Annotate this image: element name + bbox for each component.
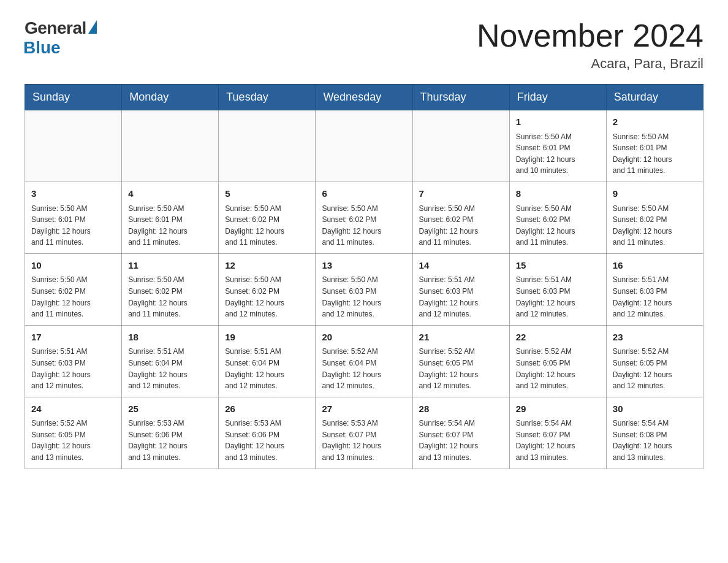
- day-info: Sunrise: 5:54 AMSunset: 6:07 PMDaylight:…: [419, 418, 503, 463]
- calendar-cell: 29Sunrise: 5:54 AMSunset: 6:07 PMDayligh…: [509, 397, 606, 469]
- calendar-cell: 24Sunrise: 5:52 AMSunset: 6:05 PMDayligh…: [25, 397, 122, 469]
- day-number: 18: [128, 331, 212, 345]
- weekday-header-saturday: Saturday: [606, 85, 703, 110]
- day-number: 5: [225, 187, 309, 201]
- day-number: 29: [516, 402, 600, 416]
- day-number: 24: [31, 402, 115, 416]
- calendar-cell: 7Sunrise: 5:50 AMSunset: 6:02 PMDaylight…: [412, 182, 509, 254]
- day-info: Sunrise: 5:52 AMSunset: 6:05 PMDaylight:…: [31, 418, 115, 463]
- calendar-cell: 18Sunrise: 5:51 AMSunset: 6:04 PMDayligh…: [122, 325, 219, 397]
- weekday-header-thursday: Thursday: [412, 85, 509, 110]
- calendar-cell: 12Sunrise: 5:50 AMSunset: 6:02 PMDayligh…: [219, 253, 316, 325]
- day-info: Sunrise: 5:52 AMSunset: 6:04 PMDaylight:…: [322, 346, 406, 391]
- calendar-cell: 8Sunrise: 5:50 AMSunset: 6:02 PMDaylight…: [509, 182, 606, 254]
- calendar-cell: 25Sunrise: 5:53 AMSunset: 6:06 PMDayligh…: [122, 397, 219, 469]
- day-number: 19: [225, 331, 309, 345]
- location-subtitle: Acara, Para, Brazil: [477, 56, 703, 72]
- day-number: 28: [419, 402, 503, 416]
- weekday-header-tuesday: Tuesday: [219, 85, 316, 110]
- day-number: 3: [31, 187, 115, 201]
- day-info: Sunrise: 5:54 AMSunset: 6:07 PMDaylight:…: [516, 418, 600, 463]
- day-number: 27: [322, 402, 406, 416]
- day-number: 23: [613, 331, 697, 345]
- day-info: Sunrise: 5:54 AMSunset: 6:08 PMDaylight:…: [613, 418, 697, 463]
- calendar-cell: 16Sunrise: 5:51 AMSunset: 6:03 PMDayligh…: [606, 253, 703, 325]
- day-number: 13: [322, 259, 406, 273]
- calendar-cell: 6Sunrise: 5:50 AMSunset: 6:02 PMDaylight…: [316, 182, 412, 254]
- day-info: Sunrise: 5:51 AMSunset: 6:03 PMDaylight:…: [613, 274, 697, 320]
- day-info: Sunrise: 5:50 AMSunset: 6:02 PMDaylight:…: [225, 203, 309, 248]
- calendar-cell: 5Sunrise: 5:50 AMSunset: 6:02 PMDaylight…: [219, 182, 316, 254]
- day-number: 2: [613, 115, 697, 129]
- day-info: Sunrise: 5:51 AMSunset: 6:03 PMDaylight:…: [31, 346, 115, 391]
- day-info: Sunrise: 5:53 AMSunset: 6:07 PMDaylight:…: [322, 418, 406, 463]
- calendar-cell: 13Sunrise: 5:50 AMSunset: 6:03 PMDayligh…: [316, 253, 412, 325]
- day-info: Sunrise: 5:50 AMSunset: 6:01 PMDaylight:…: [516, 131, 600, 177]
- day-number: 26: [225, 402, 309, 416]
- calendar-cell: 20Sunrise: 5:52 AMSunset: 6:04 PMDayligh…: [316, 325, 412, 397]
- calendar-week-row: 1Sunrise: 5:50 AMSunset: 6:01 PMDaylight…: [25, 110, 703, 182]
- day-info: Sunrise: 5:50 AMSunset: 6:02 PMDaylight:…: [322, 203, 406, 248]
- day-number: 17: [31, 331, 115, 345]
- day-info: Sunrise: 5:50 AMSunset: 6:02 PMDaylight:…: [419, 203, 503, 248]
- day-number: 8: [516, 187, 600, 201]
- page-header: General Blue November 2024 Acara, Para, …: [25, 18, 703, 72]
- day-number: 15: [516, 259, 600, 273]
- day-info: Sunrise: 5:52 AMSunset: 6:05 PMDaylight:…: [516, 346, 600, 391]
- month-year-title: November 2024: [477, 18, 703, 53]
- day-number: 14: [419, 259, 503, 273]
- day-number: 25: [128, 402, 212, 416]
- calendar-cell: [219, 110, 316, 182]
- day-info: Sunrise: 5:51 AMSunset: 6:04 PMDaylight:…: [128, 346, 212, 391]
- logo-general-text: General: [25, 18, 86, 38]
- day-number: 11: [128, 259, 212, 273]
- calendar-cell: [25, 110, 122, 182]
- weekday-header-sunday: Sunday: [25, 85, 122, 110]
- calendar-cell: 17Sunrise: 5:51 AMSunset: 6:03 PMDayligh…: [25, 325, 122, 397]
- calendar-cell: 1Sunrise: 5:50 AMSunset: 6:01 PMDaylight…: [509, 110, 606, 182]
- weekday-header-monday: Monday: [122, 85, 219, 110]
- calendar-week-row: 24Sunrise: 5:52 AMSunset: 6:05 PMDayligh…: [25, 397, 703, 469]
- day-info: Sunrise: 5:52 AMSunset: 6:05 PMDaylight:…: [613, 346, 697, 391]
- weekday-header-wednesday: Wednesday: [316, 85, 412, 110]
- title-section: November 2024 Acara, Para, Brazil: [477, 18, 703, 72]
- day-number: 6: [322, 187, 406, 201]
- calendar-cell: 26Sunrise: 5:53 AMSunset: 6:06 PMDayligh…: [219, 397, 316, 469]
- day-number: 1: [516, 115, 600, 129]
- day-info: Sunrise: 5:50 AMSunset: 6:02 PMDaylight:…: [516, 203, 600, 248]
- weekday-header-row: SundayMondayTuesdayWednesdayThursdayFrid…: [25, 85, 703, 110]
- day-info: Sunrise: 5:50 AMSunset: 6:02 PMDaylight:…: [128, 274, 212, 320]
- calendar-cell: 3Sunrise: 5:50 AMSunset: 6:01 PMDaylight…: [25, 182, 122, 254]
- day-number: 4: [128, 187, 212, 201]
- calendar-cell: 2Sunrise: 5:50 AMSunset: 6:01 PMDaylight…: [606, 110, 703, 182]
- day-number: 10: [31, 259, 115, 273]
- day-info: Sunrise: 5:52 AMSunset: 6:05 PMDaylight:…: [419, 346, 503, 391]
- day-info: Sunrise: 5:51 AMSunset: 6:03 PMDaylight:…: [516, 274, 600, 320]
- calendar-cell: 19Sunrise: 5:51 AMSunset: 6:04 PMDayligh…: [219, 325, 316, 397]
- day-info: Sunrise: 5:51 AMSunset: 6:03 PMDaylight:…: [419, 274, 503, 320]
- calendar-cell: 28Sunrise: 5:54 AMSunset: 6:07 PMDayligh…: [412, 397, 509, 469]
- calendar-cell: 14Sunrise: 5:51 AMSunset: 6:03 PMDayligh…: [412, 253, 509, 325]
- day-number: 30: [613, 402, 697, 416]
- calendar-week-row: 10Sunrise: 5:50 AMSunset: 6:02 PMDayligh…: [25, 253, 703, 325]
- calendar-week-row: 17Sunrise: 5:51 AMSunset: 6:03 PMDayligh…: [25, 325, 703, 397]
- day-info: Sunrise: 5:53 AMSunset: 6:06 PMDaylight:…: [225, 418, 309, 463]
- day-info: Sunrise: 5:53 AMSunset: 6:06 PMDaylight:…: [128, 418, 212, 463]
- calendar-cell: 22Sunrise: 5:52 AMSunset: 6:05 PMDayligh…: [509, 325, 606, 397]
- calendar-week-row: 3Sunrise: 5:50 AMSunset: 6:01 PMDaylight…: [25, 182, 703, 254]
- day-info: Sunrise: 5:50 AMSunset: 6:01 PMDaylight:…: [31, 203, 115, 248]
- day-number: 16: [613, 259, 697, 273]
- calendar-cell: 21Sunrise: 5:52 AMSunset: 6:05 PMDayligh…: [412, 325, 509, 397]
- weekday-header-friday: Friday: [509, 85, 606, 110]
- logo-blue-text: Blue: [23, 38, 61, 58]
- calendar-cell: 11Sunrise: 5:50 AMSunset: 6:02 PMDayligh…: [122, 253, 219, 325]
- day-info: Sunrise: 5:50 AMSunset: 6:01 PMDaylight:…: [613, 131, 697, 177]
- day-number: 12: [225, 259, 309, 273]
- calendar-cell: 10Sunrise: 5:50 AMSunset: 6:02 PMDayligh…: [25, 253, 122, 325]
- calendar-cell: [412, 110, 509, 182]
- day-number: 20: [322, 331, 406, 345]
- calendar-cell: 4Sunrise: 5:50 AMSunset: 6:01 PMDaylight…: [122, 182, 219, 254]
- calendar-table: SundayMondayTuesdayWednesdayThursdayFrid…: [25, 84, 703, 469]
- calendar-cell: 23Sunrise: 5:52 AMSunset: 6:05 PMDayligh…: [606, 325, 703, 397]
- day-info: Sunrise: 5:50 AMSunset: 6:02 PMDaylight:…: [613, 203, 697, 248]
